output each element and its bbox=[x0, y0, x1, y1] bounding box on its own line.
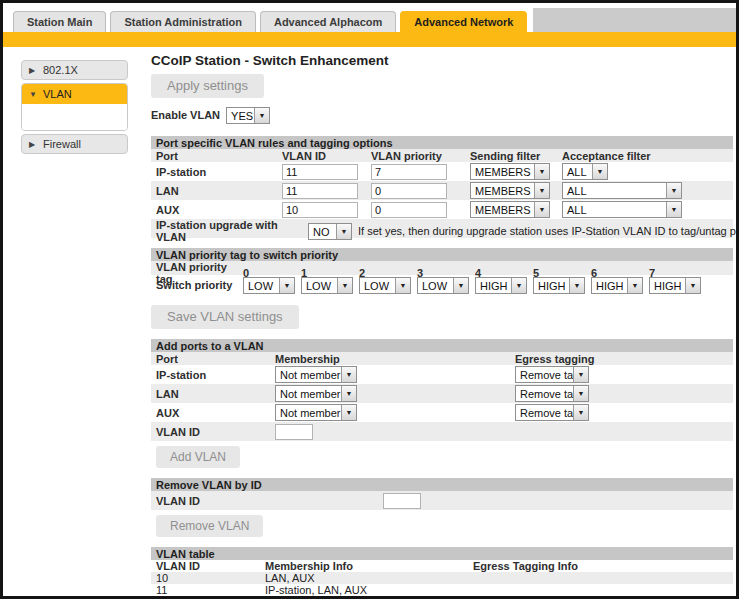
chevron-down-icon: ▼ bbox=[337, 278, 352, 293]
chevron-down-icon: ▼ bbox=[666, 183, 681, 198]
switch-priority-select-4[interactable]: HIGH▼ bbox=[475, 277, 527, 294]
table-row-ip-station: IP-station MEMBERS▼ ALL▼ bbox=[151, 162, 733, 181]
table-row-vlan-id: VLAN ID bbox=[151, 422, 733, 441]
tab-station-administration[interactable]: Station Administration bbox=[110, 11, 256, 32]
table-row-vlan-id: VLAN ID bbox=[151, 491, 733, 510]
vlan-table: VLAN table VLAN ID Membership Info Egres… bbox=[151, 547, 733, 596]
sidebar-group-vlan: ▼ VLAN bbox=[21, 83, 128, 131]
vlan-id-input-aux[interactable] bbox=[282, 202, 358, 218]
acceptance-filter-select-aux[interactable]: ALL▼ bbox=[562, 201, 682, 218]
vlan-priority-input-lan[interactable] bbox=[371, 183, 447, 199]
table-row-aux: AUX Not member▼ Remove tag▼ bbox=[151, 403, 733, 422]
switch-priority-select-2[interactable]: LOW▼ bbox=[359, 277, 411, 294]
section-title: VLAN priority tag to switch priority bbox=[151, 248, 733, 261]
chevron-down-icon: ▼ bbox=[573, 386, 588, 401]
tab-advanced-alphacom[interactable]: Advanced Alphacom bbox=[260, 11, 396, 32]
tab-advanced-network[interactable]: Advanced Network bbox=[400, 11, 527, 32]
upgrade-with-vlan-select[interactable]: NO▼ bbox=[308, 223, 352, 240]
chevron-down-icon: ▼ bbox=[534, 202, 549, 217]
switch-priority-select-5[interactable]: HIGH▼ bbox=[533, 277, 585, 294]
sending-filter-select-lan[interactable]: MEMBERS▼ bbox=[470, 182, 550, 199]
chevron-down-icon: ▼ bbox=[453, 278, 468, 293]
egress-tagging-select-aux[interactable]: Remove tag▼ bbox=[515, 404, 589, 421]
chevron-down-icon: ▼ bbox=[534, 164, 549, 179]
switch-priority-select-0[interactable]: LOW▼ bbox=[243, 277, 295, 294]
priority-tag-row: VLAN priority tag 0 1 2 3 4 5 6 7 bbox=[151, 261, 733, 275]
add-vlan-button[interactable]: Add VLAN bbox=[156, 446, 240, 468]
apply-settings-button[interactable]: Apply settings bbox=[151, 74, 264, 98]
egress-tagging-select-lan[interactable]: Remove tag▼ bbox=[515, 385, 589, 402]
chevron-down-icon: ▼ bbox=[341, 386, 356, 401]
table-row-lan: LAN MEMBERS▼ ALL▼ bbox=[151, 181, 733, 200]
save-vlan-settings-button[interactable]: Save VLAN settings bbox=[151, 305, 299, 329]
chevron-down-icon: ▼ bbox=[336, 224, 351, 239]
sending-filter-select-ip-station[interactable]: MEMBERS▼ bbox=[470, 163, 550, 180]
table-row-vlan-10: 10 LAN, AUX bbox=[151, 572, 733, 584]
table-header-row: Port VLAN ID VLAN priority Sending filte… bbox=[151, 149, 733, 162]
table-header-row: Port Membership Egress tagging bbox=[151, 352, 733, 365]
vlan-priority-input-ip-station[interactable] bbox=[371, 164, 447, 180]
enable-vlan-label: Enable VLAN bbox=[151, 109, 220, 121]
remove-vlan-button[interactable]: Remove VLAN bbox=[156, 515, 263, 537]
accent-bar bbox=[3, 32, 736, 47]
table-row-vlan-11: 11 IP-station, LAN, AUX bbox=[151, 584, 733, 596]
sidebar: ▶ 802.1X ▼ VLAN ▶ Firewall bbox=[3, 47, 133, 157]
section-title: Remove VLAN by ID bbox=[151, 478, 733, 491]
tab-bar: Station Main Station Administration Adva… bbox=[3, 3, 736, 32]
chevron-right-icon: ▶ bbox=[29, 66, 37, 75]
vlan-priority-input-aux[interactable] bbox=[371, 202, 447, 218]
membership-select-ip-station[interactable]: Not member▼ bbox=[275, 366, 357, 383]
vlan-id-input-lan[interactable] bbox=[282, 183, 358, 199]
vlan-id-input-ip-station[interactable] bbox=[282, 164, 358, 180]
vlan-submenu-panel bbox=[22, 104, 127, 130]
sending-filter-select-aux[interactable]: MEMBERS▼ bbox=[470, 201, 550, 218]
main-content: CCoIP Station - Switch Enhancement Apply… bbox=[133, 47, 736, 596]
chevron-right-icon: ▶ bbox=[29, 140, 37, 149]
page-title: CCoIP Station - Switch Enhancement bbox=[151, 53, 726, 68]
enable-vlan-select[interactable]: YES ▼ bbox=[226, 107, 270, 124]
enable-vlan-row: Enable VLAN YES ▼ bbox=[151, 106, 726, 124]
sidebar-item-label: Firewall bbox=[43, 138, 81, 150]
membership-select-lan[interactable]: Not member▼ bbox=[275, 385, 357, 402]
sidebar-item-firewall[interactable]: ▶ Firewall bbox=[21, 134, 128, 154]
table-row-upgrade: IP-station upgrade with VLAN NO▼ If set … bbox=[151, 219, 733, 238]
acceptance-filter-select-lan[interactable]: ALL▼ bbox=[562, 182, 682, 199]
sidebar-item-vlan[interactable]: ▼ VLAN bbox=[22, 84, 127, 104]
chevron-down-icon: ▼ bbox=[592, 164, 607, 179]
switch-priority-select-7[interactable]: HIGH▼ bbox=[649, 277, 701, 294]
remove-vlan-id-input[interactable] bbox=[383, 493, 421, 509]
switch-priority-select-3[interactable]: LOW▼ bbox=[417, 277, 469, 294]
chevron-down-icon: ▼ bbox=[685, 278, 700, 293]
egress-tagging-select-ip-station[interactable]: Remove tag▼ bbox=[515, 366, 589, 383]
table-header-row: VLAN ID Membership Info Egress Tagging I… bbox=[151, 560, 733, 572]
priority-map-table: VLAN priority tag to switch priority VLA… bbox=[151, 248, 733, 295]
acceptance-filter-select-ip-station[interactable]: ALL▼ bbox=[562, 163, 608, 180]
app-window: Station Main Station Administration Adva… bbox=[0, 0, 739, 599]
upgrade-note: If set yes, then during upgrade station … bbox=[356, 225, 739, 237]
chevron-down-icon: ▼ bbox=[29, 90, 37, 99]
chevron-down-icon: ▼ bbox=[279, 278, 294, 293]
add-vlan-id-input[interactable] bbox=[275, 424, 313, 440]
chevron-down-icon: ▼ bbox=[341, 405, 356, 420]
table-row-lan: LAN Not member▼ Remove tag▼ bbox=[151, 384, 733, 403]
switch-priority-select-6[interactable]: HIGH▼ bbox=[591, 277, 643, 294]
sidebar-item-label: VLAN bbox=[43, 88, 72, 100]
chevron-down-icon: ▼ bbox=[573, 405, 588, 420]
table-row-ip-station: IP-station Not member▼ Remove tag▼ bbox=[151, 365, 733, 384]
section-title: Add ports to a VLAN bbox=[151, 339, 733, 352]
chevron-down-icon: ▼ bbox=[573, 367, 588, 382]
tab-bar-filler bbox=[533, 8, 736, 32]
add-ports-table: Add ports to a VLAN Port Membership Egre… bbox=[151, 339, 733, 441]
chevron-down-icon: ▼ bbox=[627, 278, 642, 293]
sidebar-item-8021x[interactable]: ▶ 802.1X bbox=[21, 60, 128, 80]
membership-select-aux[interactable]: Not member▼ bbox=[275, 404, 357, 421]
chevron-down-icon: ▼ bbox=[569, 278, 584, 293]
sidebar-item-label: 802.1X bbox=[43, 64, 78, 76]
remove-vlan-table: Remove VLAN by ID VLAN ID bbox=[151, 478, 733, 510]
chevron-down-icon: ▼ bbox=[534, 183, 549, 198]
chevron-down-icon: ▼ bbox=[666, 202, 681, 217]
chevron-down-icon: ▼ bbox=[511, 278, 526, 293]
tab-station-main[interactable]: Station Main bbox=[13, 11, 106, 32]
switch-priority-select-1[interactable]: LOW▼ bbox=[301, 277, 353, 294]
chevron-down-icon: ▼ bbox=[254, 108, 269, 123]
